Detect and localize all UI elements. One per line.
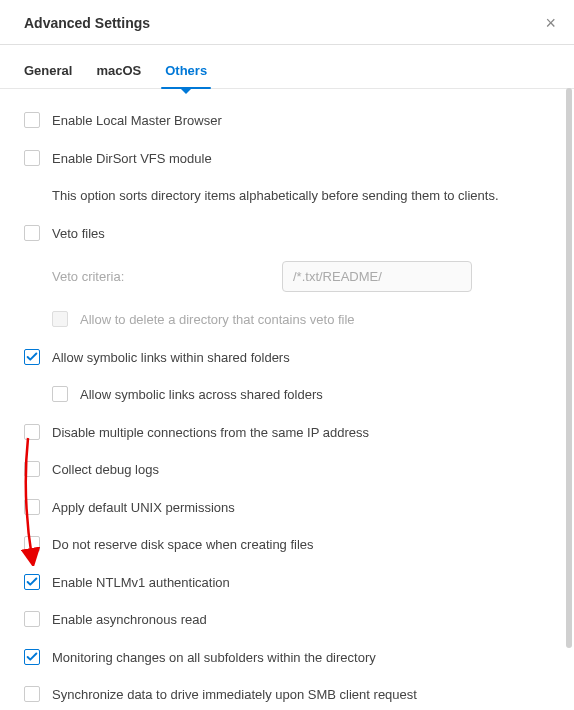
checkbox-sync-smb[interactable]	[24, 686, 40, 702]
checkbox-veto-files[interactable]	[24, 225, 40, 241]
option-symlinks-within: Allow symbolic links within shared folde…	[24, 348, 550, 368]
close-icon[interactable]: ×	[545, 14, 556, 32]
option-monitor-subfolders: Monitoring changes on all subfolders wit…	[24, 648, 550, 668]
tab-others[interactable]: Others	[165, 63, 207, 88]
option-local-master-browser: Enable Local Master Browser	[24, 111, 550, 131]
dialog-title: Advanced Settings	[24, 15, 150, 31]
option-no-reserve: Do not reserve disk space when creating …	[24, 535, 550, 555]
option-debug-logs: Collect debug logs	[24, 460, 550, 480]
option-disable-multi: Disable multiple connections from the sa…	[24, 423, 550, 443]
veto-criteria-label: Veto criteria:	[52, 269, 282, 284]
tabs-bar: General macOS Others	[0, 45, 574, 89]
option-veto-allow-delete: Allow to delete a directory that contain…	[24, 310, 550, 330]
option-async-read: Enable asynchronous read	[24, 610, 550, 630]
label-ntlmv1: Enable NTLMv1 authentication	[52, 573, 230, 593]
option-unix-perms: Apply default UNIX permissions	[24, 498, 550, 518]
label-debug-logs: Collect debug logs	[52, 460, 159, 480]
label-veto-files: Veto files	[52, 224, 105, 244]
label-sync-smb: Synchronize data to drive immediately up…	[52, 685, 417, 704]
checkbox-local-master-browser[interactable]	[24, 112, 40, 128]
label-disable-multi: Disable multiple connections from the sa…	[52, 423, 369, 443]
option-symlinks-across: Allow symbolic links across shared folde…	[24, 385, 550, 405]
label-unix-perms: Apply default UNIX permissions	[52, 498, 235, 518]
checkbox-veto-allow-delete	[52, 311, 68, 327]
dirsort-description: This option sorts directory items alphab…	[24, 186, 550, 206]
veto-criteria-row: Veto criteria:	[24, 261, 550, 292]
veto-criteria-input[interactable]	[282, 261, 472, 292]
checkbox-unix-perms[interactable]	[24, 499, 40, 515]
checkbox-monitor-subfolders[interactable]	[24, 649, 40, 665]
scrollbar-track[interactable]	[566, 88, 572, 698]
label-local-master-browser: Enable Local Master Browser	[52, 111, 222, 131]
option-dirsort: Enable DirSort VFS module	[24, 149, 550, 169]
tab-macos[interactable]: macOS	[96, 63, 141, 88]
option-sync-smb: Synchronize data to drive immediately up…	[24, 685, 550, 704]
checkbox-ntlmv1[interactable]	[24, 574, 40, 590]
label-symlinks-across: Allow symbolic links across shared folde…	[80, 385, 323, 405]
checkbox-disable-multi[interactable]	[24, 424, 40, 440]
checkbox-no-reserve[interactable]	[24, 536, 40, 552]
checkbox-symlinks-within[interactable]	[24, 349, 40, 365]
checkbox-debug-logs[interactable]	[24, 461, 40, 477]
settings-content: Enable Local Master Browser Enable DirSo…	[0, 89, 574, 704]
option-veto-files: Veto files	[24, 224, 550, 244]
scrollbar-thumb[interactable]	[566, 88, 572, 648]
label-veto-allow-delete: Allow to delete a directory that contain…	[80, 310, 355, 330]
label-no-reserve: Do not reserve disk space when creating …	[52, 535, 314, 555]
label-async-read: Enable asynchronous read	[52, 610, 207, 630]
label-symlinks-within: Allow symbolic links within shared folde…	[52, 348, 290, 368]
label-monitor-subfolders: Monitoring changes on all subfolders wit…	[52, 648, 376, 668]
checkbox-async-read[interactable]	[24, 611, 40, 627]
option-ntlmv1: Enable NTLMv1 authentication	[24, 573, 550, 593]
checkbox-symlinks-across[interactable]	[52, 386, 68, 402]
tab-general[interactable]: General	[24, 63, 72, 88]
dialog-header: Advanced Settings ×	[0, 0, 574, 45]
checkbox-dirsort[interactable]	[24, 150, 40, 166]
label-dirsort: Enable DirSort VFS module	[52, 149, 212, 169]
